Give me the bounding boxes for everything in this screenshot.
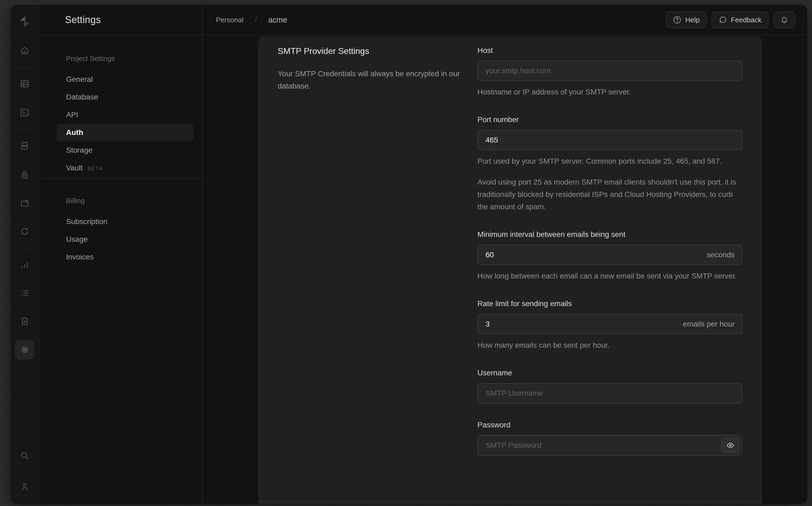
host-input[interactable] [477, 61, 742, 81]
rail-divider [17, 129, 33, 129]
settings-sidebar: Settings Project Settings General Databa… [39, 5, 203, 504]
password-label: Password [477, 420, 742, 430]
feedback-label: Feedback [731, 16, 761, 24]
help-button[interactable]: Help [666, 11, 707, 28]
main-area: Personal / acme Help Feedback [203, 5, 807, 504]
rate-limit-helper: How many emails can be sent per hour. [477, 339, 742, 351]
card-footer [258, 501, 762, 504]
sql-editor-icon[interactable] [15, 103, 34, 122]
username-input[interactable] [477, 383, 742, 404]
port-field-group: Port number Port used by your SMTP serve… [477, 114, 742, 213]
beta-badge: BETA [87, 166, 103, 171]
sidebar-item-api[interactable]: API [57, 106, 193, 123]
sidebar-item-subscription[interactable]: Subscription [57, 213, 193, 230]
card-description: Your SMTP Credentials will always be enc… [278, 68, 460, 92]
rail-divider [17, 67, 33, 68]
settings-icon[interactable] [15, 340, 34, 359]
port-helper-1: Port used by your SMTP server. Common po… [477, 155, 742, 167]
account-icon[interactable] [15, 477, 34, 496]
sidebar-item-database[interactable]: Database [57, 89, 193, 106]
icon-rail [11, 5, 39, 504]
sidebar-item-general[interactable]: General [57, 71, 193, 88]
topbar: Personal / acme Help Feedback [203, 5, 807, 35]
storage-icon[interactable] [15, 193, 34, 213]
sidebar-header: Settings [39, 5, 202, 35]
username-field-group: Username [477, 367, 742, 404]
port-input[interactable] [477, 130, 742, 150]
section-heading-project-settings: Project Settings [57, 53, 189, 64]
logs-icon[interactable] [15, 283, 34, 303]
notifications-button[interactable] [773, 11, 795, 28]
topbar-actions: Help Feedback [666, 11, 795, 28]
password-input[interactable] [477, 435, 742, 455]
rate-limit-label: Rate limit for sending emails [477, 298, 742, 309]
search-icon[interactable] [15, 446, 34, 465]
sidebar-item-invoices[interactable]: Invoices [57, 248, 193, 266]
sidebar-item-auth[interactable]: Auth [57, 124, 193, 141]
breadcrumb-project[interactable]: acme [268, 15, 287, 24]
toggle-password-visibility-button[interactable] [721, 438, 739, 453]
app-window: Settings Project Settings General Databa… [11, 5, 807, 504]
sidebar-item-vault-label: Vault [66, 164, 83, 172]
reports-icon[interactable] [15, 255, 34, 274]
rate-limit-input[interactable] [477, 314, 742, 334]
sidebar-item-usage[interactable]: Usage [57, 231, 193, 248]
auth-icon[interactable] [15, 165, 34, 185]
sidebar-item-storage[interactable]: Storage [57, 142, 193, 159]
host-helper: Hostname or IP address of your SMTP serv… [477, 86, 742, 98]
card-title: SMTP Provider Settings [278, 45, 477, 57]
rate-limit-field-group: Rate limit for sending emails emails per… [477, 298, 742, 351]
card-fields: Host Hostname or IP address of your SMTP… [477, 45, 742, 455]
breadcrumb-org[interactable]: Personal [216, 16, 243, 24]
table-editor-icon[interactable] [15, 74, 34, 93]
bell-icon [780, 15, 789, 24]
page-content: SMTP Provider Settings Your SMTP Credent… [203, 35, 807, 504]
rail-divider [17, 248, 33, 248]
interval-field-group: Minimum interval between emails being se… [477, 229, 742, 282]
port-label: Port number [477, 114, 742, 125]
card-intro: SMTP Provider Settings Your SMTP Credent… [278, 45, 477, 455]
page-title: Settings [65, 14, 101, 25]
database-icon[interactable] [15, 136, 34, 156]
help-icon [673, 15, 681, 24]
host-field-group: Host Hostname or IP address of your SMTP… [477, 45, 742, 98]
help-label: Help [685, 16, 699, 24]
eye-icon [726, 441, 735, 450]
interval-label: Minimum interval between emails being se… [477, 229, 742, 240]
feedback-button[interactable]: Feedback [712, 11, 768, 28]
edge-functions-icon[interactable] [15, 222, 34, 241]
section-heading-billing: Billing [57, 195, 189, 206]
port-helper-2: Avoid using port 25 as modern SMTP email… [477, 176, 742, 213]
supabase-logo-icon[interactable] [17, 14, 32, 29]
sidebar-nav: Project Settings General Database API Au… [39, 35, 202, 266]
password-field-group: Password [477, 420, 742, 455]
home-icon[interactable] [15, 41, 34, 60]
host-label: Host [477, 45, 742, 56]
interval-input[interactable] [477, 245, 742, 265]
interval-helper: How long between each email can a new em… [477, 270, 742, 282]
api-docs-icon[interactable] [15, 312, 34, 331]
sidebar-item-vault[interactable]: VaultBETA [57, 159, 193, 177]
username-label: Username [477, 367, 742, 378]
feedback-icon [719, 15, 727, 24]
smtp-settings-card: SMTP Provider Settings Your SMTP Credent… [258, 36, 762, 504]
breadcrumb-separator: / [254, 15, 257, 24]
desktop: Settings Project Settings General Databa… [0, 0, 812, 506]
